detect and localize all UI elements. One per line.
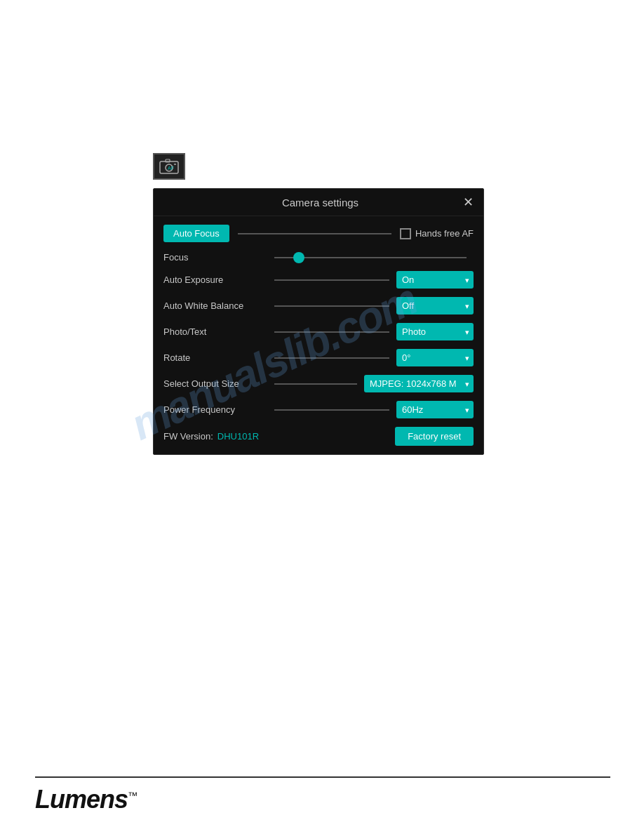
- output-size-row: Select Output Size MJPEG: 1024x768 M MJP…: [163, 375, 474, 392]
- close-button[interactable]: ✕: [463, 196, 474, 208]
- auto-white-balance-select[interactable]: On Off: [396, 297, 474, 315]
- camera-icon-area: AF: [153, 153, 185, 180]
- focus-label: Focus: [163, 252, 267, 263]
- auto-exposure-line: [274, 279, 389, 281]
- autofocus-row: Auto Focus Hands free AF: [163, 225, 474, 242]
- rotate-line: [274, 357, 389, 359]
- focus-slider-thumb[interactable]: [293, 252, 304, 263]
- dialog-body: Auto Focus Hands free AF Focus Auto Expo…: [154, 216, 483, 454]
- auto-exposure-label: Auto Exposure: [163, 274, 267, 285]
- lumens-brand-text: Lumens™: [35, 785, 137, 814]
- auto-white-balance-row: Auto White Balance On Off ▾: [163, 297, 474, 315]
- auto-exposure-dropdown-wrapper: On Off ▾: [396, 271, 474, 289]
- camera-settings-icon[interactable]: AF: [153, 153, 185, 180]
- photo-text-dropdown-wrapper: Photo Text ▾: [396, 323, 474, 340]
- svg-text:AF: AF: [168, 166, 174, 171]
- autofocus-button[interactable]: Auto Focus: [163, 225, 229, 242]
- brand-name: Lumens: [35, 785, 128, 814]
- photo-text-label: Photo/Text: [163, 326, 267, 337]
- auto-exposure-select[interactable]: On Off: [396, 271, 474, 289]
- rotate-label: Rotate: [163, 352, 267, 363]
- photo-text-select[interactable]: Photo Text: [396, 323, 474, 340]
- focus-row: Focus: [163, 252, 474, 263]
- power-frequency-line: [274, 409, 389, 411]
- fw-version-value: DHU101R: [217, 431, 259, 442]
- trademark-symbol: ™: [128, 790, 137, 801]
- power-frequency-select[interactable]: 60Hz 50Hz: [396, 401, 474, 418]
- auto-exposure-row: Auto Exposure On Off ▾: [163, 271, 474, 289]
- photo-text-row: Photo/Text Photo Text ▾: [163, 323, 474, 340]
- output-size-line: [274, 383, 357, 385]
- hands-free-area: Hands free AF: [400, 228, 474, 239]
- hands-free-label: Hands free AF: [415, 228, 474, 239]
- rotate-row: Rotate 0° 90° 180° 270° ▾: [163, 349, 474, 366]
- fw-version-row: FW Version: DHU101R Factory reset: [163, 427, 474, 446]
- power-frequency-label: Power Frequency: [163, 404, 267, 415]
- focus-slider[interactable]: [274, 257, 467, 258]
- lumens-logo: Lumens™: [35, 776, 610, 814]
- fw-version-label: FW Version:: [163, 431, 213, 442]
- output-size-dropdown-wrapper: MJPEG: 1024x768 M MJPEG: 640x480 MJPEG: …: [364, 375, 474, 392]
- rotate-select[interactable]: 0° 90° 180° 270°: [396, 349, 474, 366]
- output-size-select[interactable]: MJPEG: 1024x768 M MJPEG: 640x480 MJPEG: …: [364, 375, 474, 392]
- photo-text-line: [274, 331, 389, 333]
- power-frequency-dropdown-wrapper: 60Hz 50Hz ▾: [396, 401, 474, 418]
- camera-settings-dialog: Camera settings ✕ Auto Focus Hands free …: [153, 188, 484, 455]
- power-frequency-row: Power Frequency 60Hz 50Hz ▾: [163, 401, 474, 418]
- output-size-label: Select Output Size: [163, 378, 267, 389]
- hands-free-checkbox[interactable]: [400, 228, 411, 239]
- auto-white-balance-dropdown-wrapper: On Off ▾: [396, 297, 474, 315]
- rotate-dropdown-wrapper: 0° 90° 180° 270° ▾: [396, 349, 474, 366]
- factory-reset-button[interactable]: Factory reset: [395, 427, 474, 446]
- auto-white-balance-line: [274, 305, 389, 307]
- autofocus-slider[interactable]: [238, 233, 391, 234]
- dialog-header: Camera settings ✕: [154, 189, 483, 216]
- auto-white-balance-label: Auto White Balance: [163, 300, 267, 311]
- dialog-title: Camera settings: [177, 197, 463, 208]
